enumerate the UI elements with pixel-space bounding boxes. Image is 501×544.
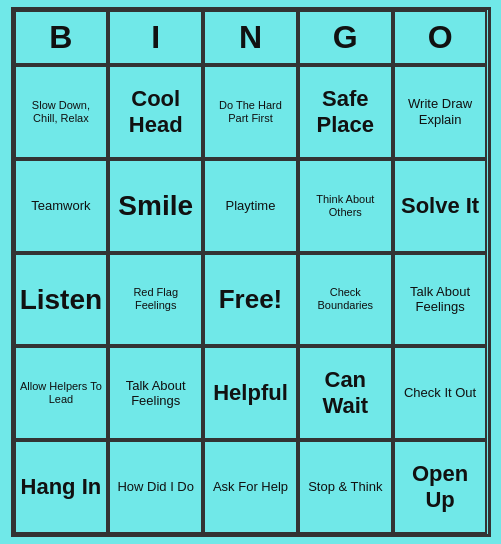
bingo-cell: Allow Helpers To Lead (14, 346, 109, 440)
bingo-header: BINGO (14, 10, 488, 65)
bingo-cell: Cool Head (108, 65, 203, 159)
bingo-cell: Red Flag Feelings (108, 253, 203, 347)
header-letter: N (203, 10, 298, 65)
bingo-cell: Teamwork (14, 159, 109, 253)
bingo-cell: Listen (14, 253, 109, 347)
bingo-cell: Smile (108, 159, 203, 253)
bingo-cell: Stop & Think (298, 440, 393, 534)
bingo-row: TeamworkSmilePlaytimeThink About OthersS… (14, 159, 488, 253)
bingo-row: Slow Down, Chill, RelaxCool HeadDo The H… (14, 65, 488, 159)
bingo-cell: Hang In (14, 440, 109, 534)
bingo-cell: Think About Others (298, 159, 393, 253)
bingo-cell: Open Up (393, 440, 488, 534)
header-letter: G (298, 10, 393, 65)
bingo-cell: Free! (203, 253, 298, 347)
header-letter: B (14, 10, 109, 65)
bingo-grid: Slow Down, Chill, RelaxCool HeadDo The H… (14, 65, 488, 534)
bingo-cell: Helpful (203, 346, 298, 440)
bingo-cell: Ask For Help (203, 440, 298, 534)
bingo-cell: Talk About Feelings (108, 346, 203, 440)
bingo-cell: Write Draw Explain (393, 65, 488, 159)
header-letter: O (393, 10, 488, 65)
bingo-card: BINGO Slow Down, Chill, RelaxCool HeadDo… (11, 7, 491, 537)
bingo-cell: Talk About Feelings (393, 253, 488, 347)
bingo-cell: Safe Place (298, 65, 393, 159)
bingo-row: Hang InHow Did I DoAsk For HelpStop & Th… (14, 440, 488, 534)
bingo-cell: Check It Out (393, 346, 488, 440)
bingo-cell: Solve It (393, 159, 488, 253)
bingo-cell: How Did I Do (108, 440, 203, 534)
bingo-row: Allow Helpers To LeadTalk About Feelings… (14, 346, 488, 440)
bingo-cell: Check Boundaries (298, 253, 393, 347)
bingo-row: ListenRed Flag FeelingsFree!Check Bounda… (14, 253, 488, 347)
bingo-cell: Do The Hard Part First (203, 65, 298, 159)
bingo-cell: Can Wait (298, 346, 393, 440)
bingo-cell: Slow Down, Chill, Relax (14, 65, 109, 159)
header-letter: I (108, 10, 203, 65)
bingo-cell: Playtime (203, 159, 298, 253)
